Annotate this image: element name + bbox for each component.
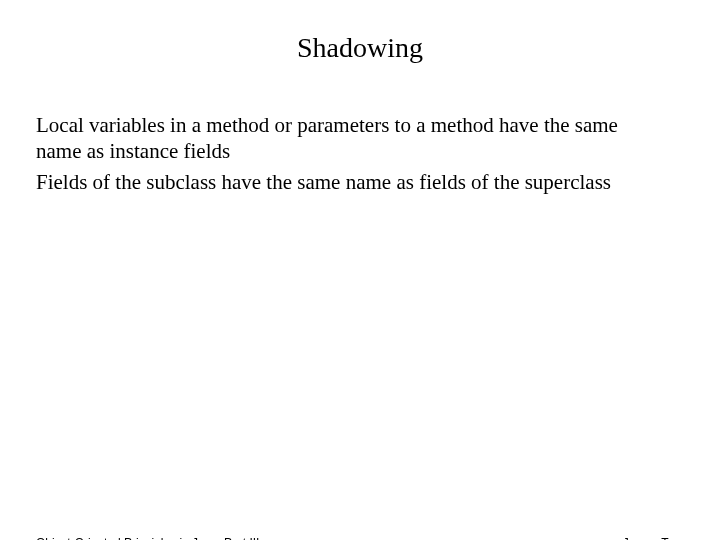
slide-footer: Object-Oriented Principles in Java: Part… — [0, 536, 720, 540]
paragraph-1: Local variables in a method or parameter… — [36, 112, 660, 165]
footer-left-text: Object-Oriented Principles in Java: Part… — [36, 536, 259, 540]
slide-container: Shadowing Local variables in a method or… — [0, 32, 720, 540]
paragraph-2: Fields of the subclass have the same nam… — [36, 169, 660, 195]
slide-content: Local variables in a method or parameter… — [0, 112, 720, 195]
slide-title: Shadowing — [0, 32, 720, 64]
footer-right-text: James Tam — [623, 536, 684, 540]
